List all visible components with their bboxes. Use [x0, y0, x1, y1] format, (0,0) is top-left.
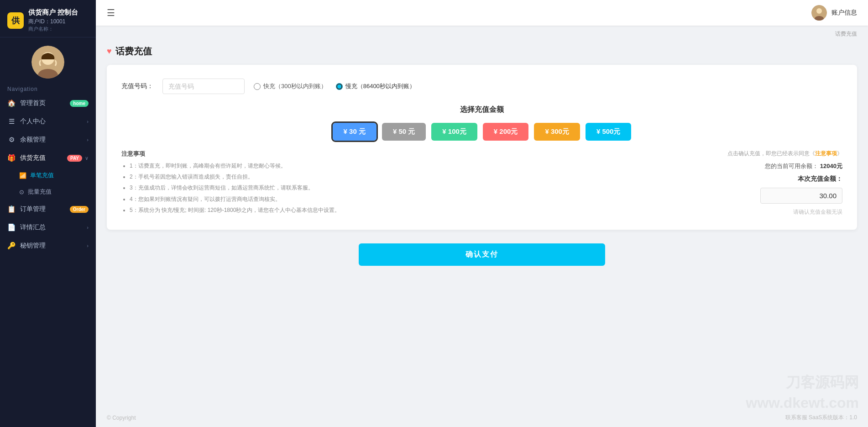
sidebar-nav: 🏠 管理首页 home ☰ 个人中心 › ⚙ 余额管理 › 🎁 供货 [0, 94, 96, 427]
sidebar-sub-batch-label: 批量充值 [28, 188, 52, 196]
wifi-icon: 📶 [19, 172, 26, 179]
home-badge: home [70, 100, 89, 107]
notice-item-2: 2：手机号若因您输入错误而造成损失，责任自担。 [130, 173, 715, 181]
sidebar-item-secret[interactable]: 🔑 秘钥管理 › [0, 237, 96, 255]
footer-right: 联系客服 SaaS系统版本：1.0 [785, 414, 857, 422]
sidebar-title-block: 供货商户 控制台 商户ID：10001 商户名称： [28, 8, 78, 32]
sidebar-item-supply-label: 供货充值 [20, 154, 46, 162]
chevron-down-icon: ∨ [85, 155, 89, 161]
radio-fast-label: 快充（300秒以内到账） [263, 82, 327, 90]
sidebar-merchant-id: 商户ID：10001 [28, 18, 78, 26]
topbar-user-label: 账户信息 [831, 9, 857, 17]
amount-buttons: ¥ 30 元 ¥ 50 元 ¥ 100元 ¥ 200元 ¥ 300元 ¥ 500… [121, 123, 842, 141]
balance-value: 12040元 [820, 163, 842, 169]
amount-btn-30[interactable]: ¥ 30 元 [333, 123, 376, 141]
notice-section: 注意事项 1：话费直充，即时到账，高峰期会有些许延时，请您耐心等候。 2：手机号… [121, 150, 715, 217]
key-icon: 🔑 [7, 242, 16, 250]
payment-summary: 点击确认充值，即您已经表示同意《注意事项》 您的当前可用余额： 12040元 本… [715, 150, 842, 217]
sidebar-item-order[interactable]: 📋 订单管理 Order [0, 200, 96, 218]
main-area: ☰ 账户信息 话费充值 ♥ 话费充值 充值号码： [96, 0, 868, 427]
notice-title: 注意事项 [121, 150, 715, 158]
page-content: ♥ 话费充值 充值号码： 快充（300秒以内到账） 慢充（86400秒以内到账） [96, 38, 868, 408]
confirm-pay-button[interactable]: 确认支付 [359, 243, 605, 266]
notice-item-4: 4：您如果对到账情况有疑问，可以拨打运营商电话查询核实。 [130, 195, 715, 204]
sidebar-sub-batch[interactable]: ⊙ 批量充值 [0, 184, 96, 200]
page-title-row: ♥ 话费充值 [107, 45, 857, 58]
notice-list: 1：话费直充，即时到账，高峰期会有些许延时，请您耐心等候。 2：手机号若因您输入… [121, 162, 715, 215]
balance-icon: ⚙ [7, 136, 16, 144]
main-card: 充值号码： 快充（300秒以内到账） 慢充（86400秒以内到账） 选择充值金额 [107, 65, 857, 230]
notice-item-3: 3：充值成功后，详情会收到运营商短信，如遇运营商系统忙，请联系客服。 [130, 184, 715, 192]
topbar-left: ☰ [107, 7, 115, 18]
card-bottom: 注意事项 1：话费直充，即时到账，高峰期会有些许延时，请您耐心等候。 2：手机号… [121, 150, 842, 217]
sidebar-item-balance[interactable]: ⚙ 余额管理 › [0, 131, 96, 149]
amount-display-input[interactable] [760, 188, 842, 204]
sidebar-item-detail[interactable]: 📄 详情汇总 › [0, 218, 96, 237]
nav-label: Navigation [0, 83, 96, 94]
personal-icon: ☰ [7, 117, 16, 126]
sidebar-item-supply[interactable]: 🎁 供货充值 PAY ∨ [0, 149, 96, 167]
radio-fast-input[interactable] [254, 83, 261, 90]
footer: © Copyright 联系客服 SaaS系统版本：1.0 [96, 408, 868, 427]
topbar-right[interactable]: 账户信息 [811, 5, 857, 21]
amount-btn-100[interactable]: ¥ 100元 [431, 123, 477, 141]
amount-btn-300[interactable]: ¥ 300元 [534, 123, 580, 141]
chevron-right-icon2: › [87, 137, 89, 142]
charge-no-label: 充值号码： [121, 82, 153, 90]
sidebar-item-home[interactable]: 🏠 管理首页 home [0, 94, 96, 112]
chevron-right-icon3: › [87, 225, 89, 230]
amount-btn-500[interactable]: ¥ 500元 [586, 123, 632, 141]
amount-btn-200[interactable]: ¥ 200元 [483, 123, 529, 141]
sidebar-sub-single-label: 单笔充值 [30, 171, 54, 179]
home-icon: 🏠 [7, 99, 16, 107]
notice-item-5: 5：系统分为 快充/慢充; 时间据: 120秒-1800秒之内，请您在个人中心基… [130, 206, 715, 215]
order-icon: 📋 [7, 205, 16, 213]
charge-form-row: 充值号码： 快充（300秒以内到账） 慢充（86400秒以内到账） [121, 79, 842, 94]
confirm-btn-row: 确认支付 [107, 243, 857, 266]
charge-no-input[interactable] [162, 79, 245, 94]
radio-fast[interactable]: 快充（300秒以内到账） [254, 82, 327, 90]
sidebar-sub-single[interactable]: 📶 单笔充值 [0, 167, 96, 184]
amount-label: 本次充值金额： [798, 175, 842, 183]
agree-link: 注意事项 [815, 150, 837, 157]
avatar [31, 46, 64, 79]
sidebar-avatar-section [0, 37, 96, 83]
pay-badge: PAY [67, 155, 82, 162]
radio-slow-input[interactable] [336, 83, 343, 90]
sidebar-item-personal-label: 个人中心 [20, 117, 46, 126]
amount-btn-50[interactable]: ¥ 50 元 [382, 123, 426, 141]
sidebar-item-order-label: 订单管理 [20, 205, 46, 213]
hamburger-icon[interactable]: ☰ [107, 7, 115, 18]
page-title: 话费充值 [115, 45, 152, 58]
confirm-hint: 请确认充值金额无误 [793, 208, 842, 216]
sidebar-item-balance-label: 余额管理 [20, 136, 46, 144]
balance-row: 您的当前可用余额： 12040元 [765, 162, 842, 170]
svg-point-4 [816, 8, 822, 14]
chevron-right-icon: › [87, 119, 89, 124]
topbar: ☰ 账户信息 [96, 0, 868, 26]
sidebar-merchant-name: 商户名称： [28, 26, 78, 32]
sidebar-item-secret-label: 秘钥管理 [20, 242, 46, 250]
detail-icon: 📄 [7, 223, 16, 232]
amount-section: 选择充值金额 ¥ 30 元 ¥ 50 元 ¥ 100元 ¥ 200元 ¥ 300… [121, 105, 842, 141]
amount-section-title: 选择充值金额 [121, 105, 842, 115]
batch-icon: ⊙ [19, 189, 24, 195]
sidebar-header: 供 供货商户 控制台 商户ID：10001 商户名称： [0, 0, 96, 37]
supply-icon: 🎁 [7, 154, 16, 162]
sidebar: 供 供货商户 控制台 商户ID：10001 商户名称： Navigation 🏠 [0, 0, 96, 427]
logo-icon: 供 [7, 12, 24, 29]
breadcrumb: 话费充值 [96, 26, 868, 38]
notice-item-1: 1：话费直充，即时到账，高峰期会有些许延时，请您耐心等候。 [130, 162, 715, 170]
sidebar-title: 供货商户 控制台 [28, 8, 78, 17]
radio-slow-label: 慢充（86400秒以内到账） [345, 82, 415, 90]
agree-text: 点击确认充值，即您已经表示同意《注意事项》 [727, 150, 842, 158]
breadcrumb-text: 话费充值 [835, 30, 857, 38]
heart-icon: ♥ [107, 47, 112, 56]
speed-radio-group: 快充（300秒以内到账） 慢充（86400秒以内到账） [254, 82, 415, 90]
balance-label: 您的当前可用余额： [765, 163, 818, 169]
sidebar-item-detail-label: 详情汇总 [20, 223, 46, 232]
radio-slow[interactable]: 慢充（86400秒以内到账） [336, 82, 415, 90]
sidebar-item-home-label: 管理首页 [20, 99, 46, 107]
topbar-avatar [811, 5, 827, 21]
sidebar-item-personal[interactable]: ☰ 个人中心 › [0, 112, 96, 131]
